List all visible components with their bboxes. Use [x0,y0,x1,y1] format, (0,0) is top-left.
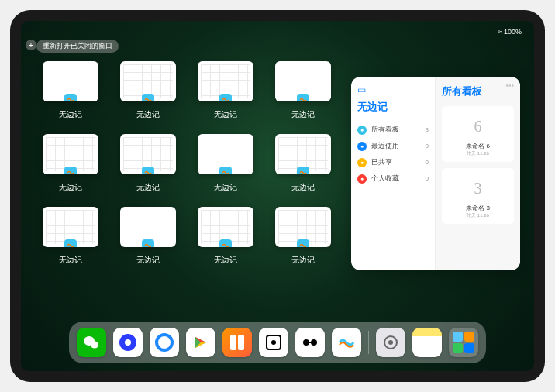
item-label: 所有看板 [371,125,399,135]
app-label: 无边记 [291,109,315,120]
category-icon: ● [357,142,367,151]
app-label: 无边记 [136,182,160,193]
app-label: 无边记 [214,182,237,193]
board-name: 未命名 6 [446,142,509,150]
freeform-icon[interactable] [332,328,361,357]
app-window[interactable]: 无边记 [40,61,102,120]
wifi-icon: ≈ [498,28,502,36]
panel-left-title: 无边记 [357,100,429,114]
add-window-button[interactable]: + [26,40,36,50]
svg-rect-4 [308,342,312,343]
board-date: 昨天 11:26 [446,212,509,219]
books-icon[interactable] [222,328,252,357]
app-label: 无边记 [214,255,237,266]
window-thumbnail [120,134,176,174]
linked-icon[interactable] [295,328,325,357]
app-library-icon[interactable] [449,328,478,357]
window-thumbnail [275,134,331,174]
item-label: 个人收藏 [371,174,399,184]
app-label: 无边记 [136,109,160,120]
window-thumbnail [198,61,253,101]
panel-right: 所有看板 6 未命名 6 昨天 11:26 3 未命名 3 昨天 11:26 [436,77,520,270]
app-window[interactable]: 无边记 [272,207,334,266]
status-bar: ≈ 100% [21,24,534,40]
window-thumbnail [120,61,176,101]
dock [69,322,486,363]
board-preview: 3 [446,173,509,204]
app-window[interactable]: 无边记 [195,134,257,193]
app-window[interactable]: 无边记 [195,207,257,266]
settings-icon[interactable] [376,328,405,357]
app-label: 无边记 [291,182,315,193]
panel-right-title: 所有看板 [442,84,514,98]
item-count: 0 [426,175,429,182]
wechat-icon[interactable] [77,328,106,357]
app-label: 无边记 [136,255,160,266]
window-thumbnail [43,207,98,247]
app-window[interactable]: 无边记 [117,61,179,120]
browser-icon[interactable] [150,328,179,357]
battery-label: 100% [504,28,522,36]
window-thumbnail [275,207,331,247]
board-date: 昨天 11:26 [446,150,509,157]
panel-left: ▭ 无边记 ● 所有看板 8 ● 最近使用 0 ● 已共享 0 ● 个人收藏 0 [351,77,436,270]
app-label: 无边记 [59,109,82,120]
board-preview: 6 [446,111,509,142]
board-card[interactable]: 3 未命名 3 昨天 11:26 [442,168,514,224]
freeform-app-icon [297,167,309,174]
panel-list-item[interactable]: ● 已共享 0 [357,154,429,170]
freeform-app-icon [297,94,309,101]
board-card[interactable]: 6 未命名 6 昨天 11:26 [442,106,514,162]
freeform-app-icon [297,239,309,247]
app-window[interactable]: 无边记 [195,61,257,120]
freeform-app-icon [219,94,232,101]
app-window[interactable]: 无边记 [117,134,179,193]
video-icon[interactable] [186,328,215,357]
item-count: 0 [426,143,429,150]
ipad-frame: ≈ 100% + 重新打开已关闭的窗口 无边记 无边记 [10,10,545,382]
sidebar-toggle-icon[interactable]: ▭ [357,84,429,95]
window-thumbnail [43,61,98,101]
freeform-app-icon [142,167,154,174]
item-count: 0 [426,159,429,166]
app-label: 无边记 [214,109,237,120]
category-icon: ● [357,126,367,135]
window-thumbnail [198,207,253,247]
item-label: 已共享 [371,157,392,167]
freeform-app-icon [64,167,77,174]
dice-icon[interactable] [259,328,288,357]
freeform-app-icon [219,167,232,174]
reopen-label: 重新打开已关闭的窗口 [43,41,112,51]
dock-divider [368,331,369,354]
reopen-closed-window-button[interactable]: 重新打开已关闭的窗口 [36,40,119,53]
freeform-app-icon [219,239,232,247]
app-window[interactable]: 无边记 [117,207,179,266]
window-thumbnail [275,61,331,101]
app-label: 无边记 [291,255,315,266]
panel-list-item[interactable]: ● 最近使用 0 [357,138,429,154]
screen: ≈ 100% + 重新打开已关闭的窗口 无边记 无边记 [21,21,534,371]
freeform-app-icon [142,239,154,247]
freeform-app-icon [64,239,77,247]
more-icon[interactable]: ••• [505,81,514,90]
notes-icon[interactable] [412,328,442,357]
panel-list-item[interactable]: ● 所有看板 8 [357,122,429,138]
window-thumbnail [43,134,98,174]
window-thumbnail [120,207,176,247]
item-count: 8 [426,126,429,133]
svg-point-1 [91,342,98,349]
freeform-panel[interactable]: ••• ▭ 无边记 ● 所有看板 8 ● 最近使用 0 ● 已共享 0 ● 个人… [351,77,520,270]
status-right: ≈ 100% [498,28,522,36]
apps-grid: 无边记 无边记 无边记 无边记 [40,61,334,266]
board-name: 未命名 3 [446,204,509,212]
category-icon: ● [357,158,367,167]
app-label: 无边记 [59,182,82,193]
app-label: 无边记 [59,255,82,266]
app-window[interactable]: 无边记 [40,207,102,266]
freeform-app-icon [142,94,154,101]
app-window[interactable]: 无边记 [272,134,334,193]
app-window[interactable]: 无边记 [272,61,334,120]
quark-icon[interactable] [113,328,143,357]
panel-list-item[interactable]: ● 个人收藏 0 [357,170,429,187]
app-window[interactable]: 无边记 [40,134,102,193]
